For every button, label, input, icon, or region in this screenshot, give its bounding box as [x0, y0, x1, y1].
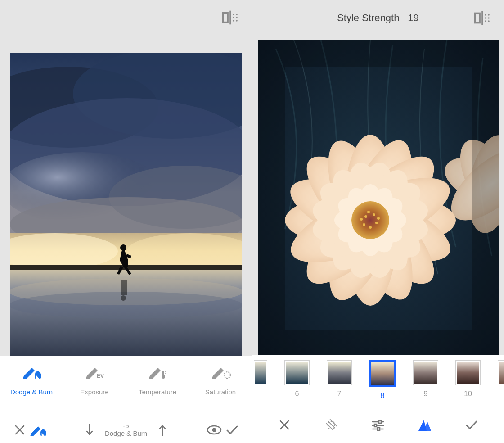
style-number: 6 — [295, 390, 299, 398]
adjust-sliders-button[interactable] — [369, 416, 387, 434]
right-canvas[interactable] — [252, 36, 504, 354]
apply-button[interactable] — [463, 416, 481, 434]
style-thumb-7[interactable]: 7 — [327, 360, 352, 398]
svg-rect-0 — [223, 13, 228, 23]
brush-dodge-burn-icon — [21, 364, 42, 380]
tool-label: Dodge & Burn — [10, 388, 53, 396]
styles-button[interactable] — [416, 416, 434, 434]
tool-label: Temperature — [139, 388, 176, 396]
brush-tool-button[interactable] — [29, 421, 47, 439]
svg-point-45 — [485, 20, 486, 22]
style-thumb-6[interactable]: 6 — [284, 360, 310, 398]
svg-rect-101 — [378, 428, 380, 430]
tool-label: Exposure — [80, 388, 108, 396]
svg-point-41 — [485, 14, 486, 16]
svg-rect-39 — [475, 13, 480, 23]
svg-point-43 — [485, 17, 486, 19]
svg-point-30 — [162, 375, 165, 379]
svg-point-7 — [236, 20, 238, 22]
style-thumb-prev[interactable]: . — [254, 360, 267, 398]
svg-text:EV: EV — [97, 373, 104, 379]
svg-point-44 — [488, 17, 490, 19]
svg-point-94 — [328, 428, 330, 429]
decrease-button[interactable] — [81, 421, 99, 439]
svg-point-91 — [333, 422, 335, 423]
svg-point-23 — [121, 295, 126, 301]
cancel-button[interactable] — [275, 416, 293, 434]
svg-point-33 — [224, 372, 230, 378]
svg-point-4 — [233, 17, 234, 18]
svg-point-93 — [334, 425, 335, 426]
brush-exposure-icon: EV — [84, 364, 105, 380]
brush-tool-strip: Dodge & Burn EV Exposure — [0, 356, 252, 417]
left-photo — [10, 53, 242, 355]
svg-point-22 — [120, 244, 126, 251]
svg-rect-97 — [379, 420, 381, 423]
svg-point-3 — [236, 14, 238, 15]
svg-marker-35 — [40, 429, 46, 431]
apply-button[interactable] — [223, 421, 241, 439]
left-header — [0, 0, 252, 35]
left-editor-pane: Dodge & Burn EV Exposure — [0, 0, 252, 443]
svg-point-38 — [212, 428, 216, 432]
style-thumb-10[interactable]: 10 — [455, 360, 481, 398]
svg-line-86 — [330, 420, 337, 427]
brush-saturation-icon — [210, 364, 231, 380]
tool-label: Saturation — [205, 388, 236, 396]
style-thumbnail-strip[interactable]: . 6 7 8 9 10 . — [252, 355, 504, 407]
svg-point-95 — [333, 428, 334, 429]
right-action-bar — [252, 407, 504, 443]
right-header: Style Strength +19 — [252, 0, 504, 36]
style-number: 9 — [424, 390, 428, 398]
svg-point-2 — [233, 14, 234, 15]
tool-exposure[interactable]: EV Exposure — [63, 364, 126, 396]
svg-line-88 — [326, 423, 333, 430]
left-action-bar: -5 Dodge & Burn — [0, 416, 252, 443]
svg-point-89 — [328, 422, 329, 423]
increase-button[interactable] — [153, 421, 171, 439]
tool-dodge-burn[interactable]: Dodge & Burn — [0, 364, 63, 396]
svg-marker-26 — [35, 371, 41, 373]
svg-point-92 — [328, 425, 329, 426]
svg-point-46 — [488, 20, 490, 22]
style-thumb-9[interactable]: 9 — [413, 360, 438, 398]
svg-point-5 — [236, 17, 238, 18]
right-photo — [258, 40, 499, 354]
cancel-button[interactable] — [11, 421, 29, 439]
adjust-value-label: -5 Dodge & Burn — [105, 422, 147, 437]
compare-icon[interactable] — [221, 9, 239, 27]
tool-temperature[interactable]: Temperature — [126, 364, 189, 396]
style-strength-label: Style Strength +19 — [337, 12, 419, 24]
adjust-name: Dodge & Burn — [105, 430, 147, 438]
svg-rect-99 — [374, 424, 377, 427]
svg-point-90 — [331, 421, 332, 422]
svg-rect-24 — [121, 280, 127, 295]
texture-button[interactable] — [322, 416, 340, 434]
style-number: 10 — [464, 390, 472, 398]
right-editor-pane: Style Strength +19 — [252, 0, 504, 443]
adjust-value: -5 — [105, 422, 147, 430]
left-canvas[interactable] — [0, 35, 252, 355]
compare-icon[interactable] — [473, 9, 491, 27]
style-number: 8 — [381, 392, 385, 400]
svg-point-6 — [233, 20, 234, 22]
mask-preview-button[interactable] — [205, 421, 223, 439]
tool-saturation[interactable]: Saturation — [189, 364, 252, 396]
brush-temperature-icon — [147, 364, 168, 380]
style-number: 7 — [338, 390, 342, 398]
style-thumb-8[interactable]: 8 — [369, 360, 396, 400]
style-thumb-next[interactable]: . — [498, 360, 504, 398]
svg-point-42 — [488, 14, 490, 16]
svg-point-21 — [10, 292, 242, 319]
